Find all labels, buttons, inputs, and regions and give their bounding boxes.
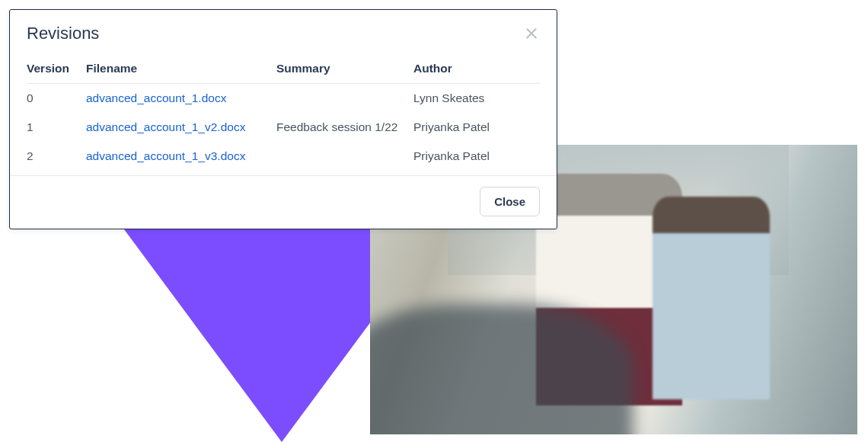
cell-summary [276, 84, 413, 114]
cell-summary [276, 142, 413, 175]
cell-version: 0 [27, 84, 86, 114]
revisions-modal: Revisions Version Filename Summary Autho… [9, 9, 557, 229]
modal-header: Revisions [10, 10, 557, 56]
table-row: 0 advanced_account_1.docx Lynn Skeates [27, 84, 540, 114]
modal-footer: Close [10, 175, 557, 229]
close-icon[interactable] [523, 25, 540, 42]
modal-title: Revisions [27, 24, 99, 43]
filename-link[interactable]: advanced_account_1_v2.docx [86, 120, 245, 133]
col-header-author: Author [413, 56, 540, 84]
cell-author: Lynn Skeates [413, 84, 540, 114]
cell-version: 1 [27, 113, 86, 142]
col-header-summary: Summary [276, 56, 413, 84]
revisions-table: Version Filename Summary Author 0 advanc… [27, 56, 540, 175]
table-row: 2 advanced_account_1_v3.docx Priyanka Pa… [27, 142, 540, 175]
filename-link[interactable]: advanced_account_1.docx [86, 91, 226, 104]
cell-author: Priyanka Patel [413, 113, 540, 142]
filename-link[interactable]: advanced_account_1_v3.docx [86, 149, 245, 162]
close-button[interactable]: Close [480, 187, 540, 216]
table-row: 1 advanced_account_1_v2.docx Feedback se… [27, 113, 540, 142]
col-header-version: Version [27, 56, 86, 84]
cell-summary: Feedback session 1/22 [276, 113, 413, 142]
cell-version: 2 [27, 142, 86, 175]
table-header-row: Version Filename Summary Author [27, 56, 540, 84]
cell-author: Priyanka Patel [413, 142, 540, 175]
col-header-filename: Filename [86, 56, 276, 84]
